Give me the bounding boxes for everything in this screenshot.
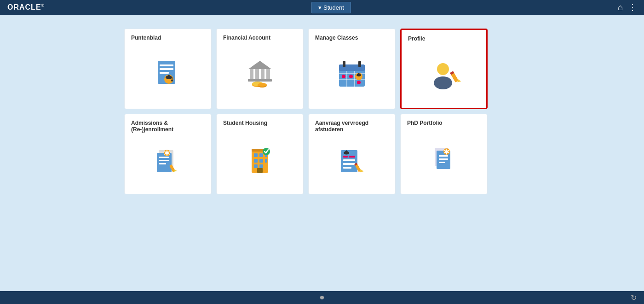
svg-rect-22: [358, 61, 361, 67]
svg-rect-10: [250, 69, 253, 79]
svg-point-29: [357, 81, 361, 84]
phd-portfolio-icon: [426, 141, 462, 178]
tile-puntenblad[interactable]: Puntenblad: [124, 29, 212, 109]
tile-profile-icon-area: [408, 46, 480, 103]
tiles-grid: Puntenblad Financial Acco: [124, 29, 520, 194]
svg-point-34: [434, 76, 452, 89]
tile-manage-classes-title: Manage Classes: [315, 35, 358, 41]
tile-aanvraag[interactable]: Aanvraag vervroegd afstuderen: [308, 114, 396, 194]
svg-rect-52: [259, 159, 263, 163]
tile-phd-portfolio-icon-area: [407, 130, 481, 189]
bottombar: ↻: [0, 291, 644, 304]
tile-student-housing-icon-area: [223, 130, 297, 189]
svg-point-8: [171, 80, 173, 82]
main-content: Puntenblad Financial Acco: [0, 15, 644, 291]
svg-rect-1: [160, 64, 173, 66]
admissions-icon: [150, 145, 186, 181]
financial-account-icon: [242, 56, 278, 93]
nav-icons: ⌂ ⋮: [618, 2, 637, 12]
manage-classes-icon: [334, 56, 370, 93]
tile-student-housing[interactable]: Student Housing: [216, 114, 304, 194]
svg-rect-2: [160, 68, 173, 70]
svg-rect-42: [159, 163, 166, 164]
tile-financial-account[interactable]: Financial Account: [216, 29, 304, 109]
refresh-icon[interactable]: ↻: [631, 293, 637, 302]
oracle-logo: ORACLE®: [7, 3, 45, 12]
svg-rect-63: [343, 163, 355, 165]
tile-admissions-title: Admissions & (Re-)jenrollment: [131, 120, 205, 133]
svg-rect-53: [265, 159, 267, 163]
svg-rect-49: [259, 153, 263, 157]
page-indicator-dot: [320, 296, 324, 299]
tile-aanvraag-icon-area: [315, 136, 389, 189]
student-dropdown[interactable]: ▾ Student: [311, 2, 351, 13]
tile-phd-portfolio[interactable]: PhD Portfolio: [400, 114, 488, 194]
bottombar-inner: ↻: [0, 296, 644, 299]
registered-symbol: ®: [41, 3, 45, 8]
tile-admissions[interactable]: Admissions & (Re-)jenrollment: [124, 114, 212, 194]
tile-puntenblad-title: Puntenblad: [131, 35, 161, 41]
svg-rect-51: [254, 159, 258, 163]
svg-rect-41: [159, 160, 169, 161]
tile-manage-classes[interactable]: Manage Classes: [308, 29, 396, 109]
svg-rect-48: [254, 153, 258, 157]
tile-student-housing-title: Student Housing: [223, 120, 267, 126]
tile-profile[interactable]: Profile: [400, 29, 488, 109]
more-options-icon[interactable]: ⋮: [628, 2, 637, 12]
svg-rect-61: [349, 156, 355, 158]
aanvraag-icon: [334, 145, 370, 181]
svg-point-18: [258, 83, 267, 87]
tile-admissions-icon-area: [131, 136, 205, 189]
svg-rect-74: [439, 162, 445, 163]
tile-aanvraag-title: Aanvraag vervroegd afstuderen: [315, 120, 389, 133]
svg-rect-62: [343, 159, 355, 161]
student-housing-icon: [242, 141, 278, 178]
topbar: ORACLE® ▾ Student ⌂ ⋮: [0, 0, 644, 15]
svg-rect-12: [261, 69, 264, 79]
svg-marker-9: [248, 61, 271, 69]
puntenblad-icon: [150, 56, 186, 93]
tile-financial-account-title: Financial Account: [223, 35, 270, 41]
svg-rect-11: [255, 69, 259, 79]
svg-rect-21: [343, 61, 345, 67]
tile-financial-account-icon-area: [223, 45, 297, 104]
svg-rect-60: [343, 156, 348, 158]
svg-rect-64: [343, 167, 351, 169]
svg-rect-13: [266, 69, 270, 79]
nav-center: ▾ Student: [311, 2, 351, 13]
svg-rect-56: [257, 168, 263, 173]
home-icon[interactable]: ⌂: [618, 3, 623, 12]
svg-rect-39: [157, 153, 172, 172]
svg-point-33: [437, 63, 449, 75]
svg-rect-72: [439, 155, 448, 157]
svg-rect-40: [159, 157, 169, 158]
tile-phd-portfolio-title: PhD Portfolio: [407, 120, 443, 126]
svg-rect-54: [254, 164, 258, 168]
svg-rect-73: [439, 158, 448, 160]
tile-profile-title: Profile: [408, 35, 425, 42]
svg-rect-55: [259, 164, 263, 168]
tile-puntenblad-icon-area: [131, 45, 205, 104]
profile-icon: [426, 56, 462, 93]
svg-point-27: [342, 75, 345, 78]
svg-rect-14: [248, 79, 272, 82]
tile-manage-classes-icon-area: [315, 45, 389, 104]
svg-rect-3: [160, 72, 169, 74]
svg-point-28: [349, 75, 353, 78]
